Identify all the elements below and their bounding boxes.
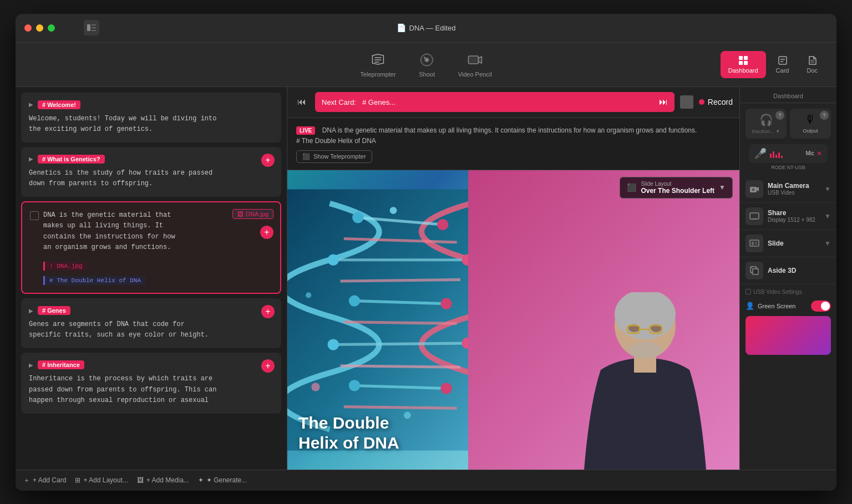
add-card-label: + Add Card: [33, 476, 66, 484]
sidebar-toggle[interactable]: [84, 20, 99, 35]
traffic-lights: [24, 24, 55, 32]
slide-layout-button[interactable]: ⬛ Slide Layout Over The Shoulder Left ▼: [620, 177, 733, 198]
image-icon: 🖼: [237, 211, 244, 217]
minimize-button[interactable]: [36, 24, 43, 32]
card-genes-expand[interactable]: ▶: [29, 308, 33, 314]
slide-icon: [746, 235, 763, 252]
generate-button[interactable]: ✦ ✦ Generate...: [198, 476, 247, 484]
usb-video-settings-label: USB Video Settings: [740, 284, 836, 297]
slide-row[interactable]: Slide ▼: [740, 230, 836, 257]
next-card-prefix: Next Card:: [322, 98, 356, 106]
card-dna-file-badge[interactable]: 🖼 DNA.jpg: [232, 209, 273, 219]
card-welcome-expand[interactable]: ▶: [29, 101, 33, 108]
window-title-area: 📄 DNA — Edited: [397, 23, 456, 32]
record-dot: [699, 99, 704, 105]
slide-chevron-icon: ▼: [824, 240, 831, 247]
card-genes[interactable]: + ▶ # Genes Genes are segments of DNA th…: [21, 298, 281, 348]
add-layout-button[interactable]: ⊞ + Add Layout...: [75, 476, 128, 484]
card-dna-add[interactable]: +: [260, 226, 273, 239]
generate-icon: ✦: [198, 476, 204, 484]
aside-3d-icon: [746, 262, 763, 279]
slide-layout-name: Over The Shoulder Left: [641, 187, 714, 195]
card-inheritance-tag: # Inheritance: [38, 360, 84, 369]
teleprompter-button[interactable]: Teleprompter: [360, 51, 395, 78]
output-audio-device[interactable]: ? 🎙 Output: [790, 109, 831, 139]
preview-info: LIVE DNA is the genetic material that ma…: [287, 118, 739, 170]
card-inheritance-expand[interactable]: ▶: [29, 362, 33, 368]
svg-point-35: [437, 218, 448, 230]
card-dna-file-name: DNA.jpg: [246, 211, 268, 217]
person-icon: 👤: [746, 302, 754, 310]
card-inheritance[interactable]: + ▶ # Inheritance Inheritance is the pro…: [21, 353, 281, 414]
next-card-value: # Genes...: [362, 98, 395, 106]
record-label: Record: [708, 98, 733, 106]
shoot-label: Shoot: [419, 71, 435, 78]
card-genetics-tag: # What is Genetics?: [38, 155, 105, 164]
aside-3d-info: Aside 3D: [768, 267, 831, 274]
dashboard-nav-button[interactable]: Dashboard: [721, 51, 766, 78]
svg-line-33: [344, 406, 457, 408]
mic-icon: 🎤: [754, 147, 767, 160]
macbook-dropdown[interactable]: MacBoo... ▼: [752, 129, 780, 134]
mic-device-name: RODE NT-USB: [744, 163, 832, 174]
main-camera-row[interactable]: Main Camera USB Video ▼: [740, 176, 836, 203]
svg-point-39: [440, 298, 452, 309]
main-camera-sub: USB Video: [768, 190, 820, 196]
show-teleprompter-button[interactable]: ⬛ Show Teleprompter: [296, 150, 372, 163]
doc-nav-label: Doc: [807, 67, 818, 74]
card-nav-button[interactable]: Card: [768, 51, 797, 78]
close-button[interactable]: [24, 24, 32, 32]
video-pencil-button[interactable]: Video Pencil: [458, 51, 492, 78]
add-media-button[interactable]: 🖼 + Add Media...: [137, 476, 189, 484]
add-card-button[interactable]: ＋ + Add Card: [23, 476, 66, 485]
card-welcome[interactable]: ▶ # Welcome! Welcome, students! Today we…: [21, 93, 281, 142]
window-title: DNA — Edited: [409, 24, 456, 32]
share-icon: [746, 207, 763, 225]
video-title-line1: The Double: [298, 413, 399, 433]
audio-devices: ? 🎧 MacBoo... ▼ ? 🎙 Output: [740, 103, 836, 142]
card-welcome-text: Welcome, students! Today we will be divi…: [29, 114, 273, 135]
slide-layout-info: Slide Layout Over The Shoulder Left: [641, 181, 714, 195]
card-genetics-add[interactable]: +: [261, 154, 275, 167]
add-card-icon: ＋: [23, 476, 30, 485]
mic-active-icon: ✕: [816, 150, 822, 157]
green-screen-row: 👤 Green Screen: [740, 297, 836, 316]
svg-point-11: [424, 57, 425, 59]
maximize-button[interactable]: [48, 24, 55, 32]
card-inheritance-add[interactable]: +: [261, 359, 275, 373]
video-pencil-label: Video Pencil: [458, 71, 492, 78]
aside-3d-row[interactable]: Aside 3D: [740, 257, 836, 284]
share-row[interactable]: Share Display 1512 × 982 ▼: [740, 203, 836, 230]
doc-nav-button[interactable]: Doc: [799, 51, 825, 78]
macbook-audio-device[interactable]: ? 🎧 MacBoo... ▼: [746, 109, 787, 139]
card-dna-checkbox[interactable]: [30, 211, 39, 220]
card-genes-add[interactable]: +: [261, 305, 275, 318]
green-screen-label: Green Screen: [758, 303, 795, 309]
svg-point-44: [390, 207, 397, 214]
stop-button[interactable]: [680, 95, 693, 109]
card-genetics[interactable]: + ▶ # What is Genetics? Genetics is the …: [21, 147, 281, 197]
record-button[interactable]: Record: [699, 98, 733, 106]
card-dna-heading-tag: # The Double Helix of DNA: [43, 276, 145, 285]
svg-rect-14: [739, 56, 743, 60]
green-screen-toggle[interactable]: [811, 301, 831, 312]
aside-3d-name: Aside 3D: [768, 267, 831, 274]
svg-point-42: [349, 380, 360, 391]
svg-point-61: [752, 188, 755, 191]
svg-rect-1: [92, 24, 96, 26]
toolbar-center: Teleprompter Shoot: [360, 51, 491, 78]
card-welcome-header: ▶ # Welcome!: [29, 100, 273, 109]
card-genetics-expand[interactable]: ▶: [29, 156, 33, 162]
output-badge: ?: [820, 111, 829, 120]
skip-back-button[interactable]: ⏮: [294, 94, 310, 110]
mic-bar-2: [773, 151, 774, 158]
shoot-button[interactable]: Shoot: [418, 51, 436, 78]
cards-panel: ▶ # Welcome! Welcome, students! Today we…: [16, 87, 287, 470]
add-layout-label: + Add Layout...: [83, 476, 128, 484]
toolbar: Teleprompter Shoot: [16, 43, 836, 87]
card-dna[interactable]: 🖼 DNA.jpg + DNA is the genetic material …: [21, 201, 281, 294]
mic-speaker-icon: 🎙: [805, 113, 816, 126]
mic-label-area: Mic ✕: [805, 150, 822, 157]
shoot-icon: [418, 51, 436, 69]
card-nav-label: Card: [776, 67, 789, 74]
